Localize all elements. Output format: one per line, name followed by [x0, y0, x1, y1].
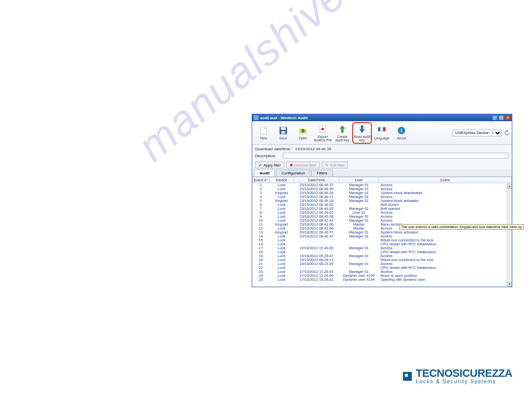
table-row[interactable]: 5Keypad23/10/2012 08.46.18Manager 01Syst…	[253, 199, 512, 203]
create-label: Create audit key	[335, 135, 349, 142]
read-audit-key-button[interactable]: Read audit key	[352, 122, 372, 144]
device-selector: USBXpress Device - 0	[453, 130, 510, 136]
table-row[interactable]: 18LockCPU restart with RTC initializatio…	[253, 250, 512, 254]
table-row[interactable]: 21Lock19/10/2012 08.23.26Manager 01Acces…	[253, 262, 512, 266]
save-label: Save	[279, 136, 287, 140]
pdf-icon	[318, 124, 328, 134]
svg-rect-0	[261, 127, 266, 134]
lang-label: Language	[374, 136, 389, 140]
arrow-up-icon	[337, 124, 347, 134]
info-bar: Download date/time: 23/10/2012 08.46.38 …	[252, 145, 512, 161]
table-row[interactable]: 7Lock23/10/2012 08.46.02Manager 01Bolt o…	[253, 207, 512, 211]
new-icon	[259, 126, 268, 135]
scroll-track[interactable]	[507, 189, 512, 282]
export-pdf-button[interactable]: Export Audit to Pdf	[313, 122, 332, 144]
about-button[interactable]: i About	[392, 122, 411, 144]
toolbar: New Save Open Export Audit to Pdf Create…	[252, 121, 512, 145]
about-label: About	[397, 136, 406, 140]
svg-text:i: i	[400, 127, 402, 133]
col-device[interactable]: Device	[269, 177, 294, 183]
title-bar[interactable]: asd2.aud - Minitech Audit _ ▢ ✕	[252, 114, 512, 121]
table-row[interactable]: 9Lock23/10/2012 08.45.58Manager 01Access	[253, 215, 512, 219]
filter-toolbar: Apply filter Remove filter Edit filter	[252, 161, 512, 169]
table-row[interactable]: 19Lock19/10/2012 09.28.47Manager 01Acces…	[253, 254, 512, 258]
flag-icon	[377, 126, 387, 135]
audit-grid: Event n° Device Date/Time User Event 1Lo…	[252, 177, 512, 287]
svg-rect-3	[281, 131, 285, 134]
tab-audit[interactable]: Audit	[254, 169, 275, 176]
table-row[interactable]: 15LockReset-box connected to the lock	[253, 238, 512, 242]
remove-filter-button[interactable]: Remove filter	[286, 162, 320, 168]
save-button[interactable]: Save	[273, 122, 293, 144]
table-row[interactable]: 17Lock22/10/2012 15.40.05Manager 01Acces…	[253, 246, 512, 250]
app-icon	[254, 115, 259, 120]
table-row[interactable]: 2Lock23/10/2012 08.46.35Manager 01Access	[253, 187, 512, 191]
table-row[interactable]: 16LockCPU restart with RTC initializatio…	[253, 242, 512, 246]
arrow-down-icon	[357, 124, 367, 134]
window-title: asd2.aud - Minitech Audit	[260, 116, 491, 120]
table-row[interactable]: 14Lock23/10/2012 08.40.47Manager 01Acces…	[253, 234, 512, 238]
edit-filter-button[interactable]: Edit filter	[322, 162, 348, 168]
download-datetime-label: Download date/time:	[255, 147, 292, 151]
minimize-button[interactable]: _	[492, 115, 498, 120]
new-label: New	[260, 136, 267, 140]
col-event[interactable]: Event	[379, 177, 512, 183]
table-row[interactable]: 22LockCPU restart with RTC initializatio…	[253, 266, 512, 270]
scroll-down-arrow[interactable]: ▼	[507, 282, 512, 287]
brand-name: TECNOSICUREZZA	[416, 368, 512, 379]
refresh-icon[interactable]	[503, 130, 510, 136]
create-audit-key-button[interactable]: Create audit key	[332, 122, 352, 144]
table-row[interactable]: 1Lock23/10/2012 08.46.37Manager 01Access	[253, 183, 512, 188]
save-icon	[278, 126, 288, 135]
export-label: Export Audit to Pdf	[314, 135, 332, 142]
tab-configuration[interactable]: Configuration	[276, 169, 310, 176]
svg-rect-2	[281, 127, 286, 130]
open-label: Open	[299, 136, 307, 140]
table-row[interactable]: 23Lock17/10/2012 15.28.45Manager 01Acces…	[253, 270, 512, 274]
app-window: asd2.aud - Minitech Audit _ ▢ ✕ New Save…	[252, 114, 512, 287]
maximize-button[interactable]: ▢	[499, 115, 504, 120]
table-row[interactable]: 8Lock23/10/2012 08.46.01User 02Access	[253, 211, 512, 215]
info-icon: i	[397, 126, 406, 135]
tab-filters[interactable]: Filters	[311, 169, 333, 176]
tab-strip: Audit Configuration Filters	[252, 169, 512, 177]
table-row[interactable]: 25Lock17/10/2012 15.28.01Dynamic user 41…	[253, 278, 512, 282]
svg-rect-5	[378, 127, 381, 131]
svg-rect-7	[383, 127, 386, 131]
table-row[interactable]: 10Lock23/10/2012 08.42.41Manager 01Acces…	[253, 219, 512, 223]
open-icon	[298, 126, 308, 135]
download-datetime-value: 23/10/2012 08.46.38	[295, 147, 331, 151]
svg-rect-6	[381, 127, 383, 131]
col-event-n[interactable]: Event n°	[253, 177, 269, 183]
close-button[interactable]: ✕	[505, 115, 510, 120]
table-row[interactable]: 4Lock23/10/2012 08.46.21Manager 01Access	[253, 195, 512, 199]
table-row[interactable]: 13Keypad23/10/2012 08.40.57Manager 01Sys…	[253, 231, 512, 234]
logo-square-icon	[403, 372, 412, 381]
description-label: Description:	[255, 154, 280, 158]
footer-logo: TECNOSICUREZZA Locks & Security Systems	[403, 368, 512, 384]
col-user[interactable]: User	[339, 177, 379, 183]
language-button[interactable]: Language	[372, 122, 392, 144]
table-row[interactable]: 6Lock23/10/2012 08.46.02Bolt closed	[253, 203, 512, 207]
table-row[interactable]: 3Keypad23/10/2012 08.46.26Manager 01Syst…	[253, 191, 512, 195]
device-dropdown[interactable]: USBXpress Device - 0	[453, 130, 502, 136]
grid-tooltip: The user entered a valid combination. Ke…	[399, 224, 524, 230]
table-row[interactable]: 24Lock17/10/2012 15.28.06Dynamic user 41…	[253, 274, 512, 278]
new-button[interactable]: New	[254, 122, 273, 144]
grid-scrollbar[interactable]: ▲ ▼	[507, 184, 512, 287]
read-label: Read audit key	[354, 135, 370, 142]
col-datetime[interactable]: Date/Time	[294, 177, 339, 183]
brand-tagline: Locks & Security Systems	[416, 379, 512, 384]
description-input[interactable]	[283, 153, 509, 159]
open-button[interactable]: Open	[293, 122, 313, 144]
table-row[interactable]: 20Lock19/10/2012 09.28.11Reset-box conne…	[253, 258, 512, 262]
scroll-up-arrow[interactable]: ▲	[507, 184, 512, 189]
apply-filter-button[interactable]: Apply filter	[255, 162, 284, 168]
